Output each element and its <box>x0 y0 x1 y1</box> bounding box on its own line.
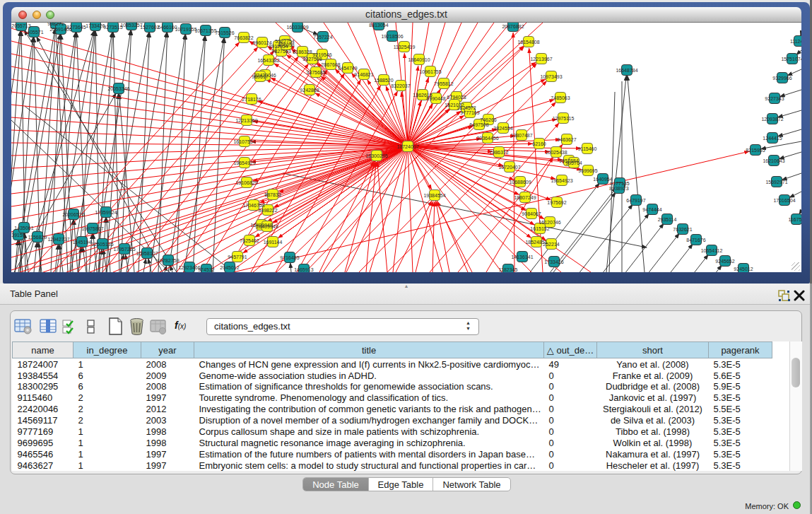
svg-text:10853257: 10853257 <box>120 23 142 28</box>
svg-text:7632621: 7632621 <box>673 227 692 232</box>
svg-text:1182345: 1182345 <box>499 267 518 272</box>
svg-text:116753: 116753 <box>789 217 801 222</box>
svg-text:252214: 252214 <box>543 242 559 247</box>
svg-text:1588520: 1588520 <box>374 78 393 83</box>
svg-text:15751074: 15751074 <box>781 57 801 62</box>
svg-text:7986372: 7986372 <box>489 150 508 155</box>
svg-text:2055713: 2055713 <box>11 23 30 28</box>
svg-text:16107554: 16107554 <box>233 139 255 144</box>
svg-text:9463627: 9463627 <box>557 137 576 142</box>
svg-text:12213967: 12213967 <box>530 57 552 62</box>
svg-text:19654929: 19654929 <box>233 160 255 165</box>
svg-text:2718176: 2718176 <box>242 97 261 102</box>
svg-text:998271: 998271 <box>47 23 64 26</box>
svg-text:989617: 989617 <box>252 74 268 79</box>
svg-text:10807487: 10807487 <box>510 133 532 138</box>
svg-text:17957225: 17957225 <box>113 247 135 252</box>
svg-text:9115460: 9115460 <box>578 146 597 151</box>
svg-text:887833: 887833 <box>264 192 281 197</box>
svg-text:9084067: 9084067 <box>522 211 541 216</box>
svg-text:10973493: 10973493 <box>540 74 562 79</box>
svg-text:10961755: 10961755 <box>419 69 441 74</box>
svg-text:1733426: 1733426 <box>86 23 105 28</box>
svg-text:12923466: 12923466 <box>178 265 200 270</box>
svg-text:18640910: 18640910 <box>408 57 430 62</box>
svg-text:62160: 62160 <box>532 141 546 146</box>
svg-text:16210643: 16210643 <box>763 158 784 163</box>
svg-text:1405571: 1405571 <box>24 30 43 35</box>
svg-text:3824554: 3824554 <box>493 126 512 131</box>
svg-text:12213369: 12213369 <box>235 118 257 123</box>
svg-text:19654923: 19654923 <box>551 178 572 183</box>
svg-text:15720407: 15720407 <box>498 165 520 170</box>
svg-text:9777169: 9777169 <box>460 110 479 115</box>
svg-text:10671355: 10671355 <box>194 28 216 33</box>
svg-text:974532: 974532 <box>198 267 214 272</box>
svg-text:10719155: 10719155 <box>175 27 196 32</box>
svg-text:9474444: 9474444 <box>642 207 661 212</box>
svg-text:6497508: 6497508 <box>469 122 488 127</box>
svg-text:20364456: 20364456 <box>476 136 498 141</box>
svg-text:12093872: 12093872 <box>761 117 783 122</box>
svg-text:2935114: 2935114 <box>658 217 677 222</box>
svg-text:16154808: 16154808 <box>517 40 539 45</box>
svg-text:17359924: 17359924 <box>95 210 117 215</box>
svg-text:995764: 995764 <box>565 160 582 165</box>
svg-text:8322037: 8322037 <box>391 83 410 88</box>
svg-text:3375685: 3375685 <box>306 70 325 75</box>
svg-text:14136141: 14136141 <box>511 255 533 259</box>
svg-text:8215955: 8215955 <box>746 148 765 153</box>
svg-text:16543382: 16543382 <box>257 58 279 63</box>
svg-text:1527602: 1527602 <box>140 25 159 30</box>
svg-text:176058: 176058 <box>278 42 294 47</box>
svg-text:17016504: 17016504 <box>773 198 795 203</box>
svg-text:7357224: 7357224 <box>313 35 332 40</box>
svg-text:10688609: 10688609 <box>509 180 531 185</box>
svg-text:1156829: 1156829 <box>28 235 47 240</box>
svg-text:7663822: 7663822 <box>234 35 253 40</box>
svg-text:10025438: 10025438 <box>545 150 567 155</box>
svg-text:7485063: 7485063 <box>551 95 570 100</box>
svg-text:9146821: 9146821 <box>354 72 373 77</box>
svg-text:9242868: 9242868 <box>300 88 319 93</box>
svg-text:19106829: 19106829 <box>235 180 257 185</box>
svg-text:8186328: 8186328 <box>293 49 312 54</box>
svg-text:8454749: 8454749 <box>338 66 357 71</box>
svg-text:8471676: 8471676 <box>686 238 705 243</box>
svg-text:19975867: 19975867 <box>81 226 103 231</box>
svg-text:1624572: 1624572 <box>457 105 476 110</box>
svg-text:18724007: 18724007 <box>396 144 418 149</box>
svg-text:8938923: 8938923 <box>609 186 628 191</box>
svg-text:18807249: 18807249 <box>514 195 536 200</box>
svg-text:6479197: 6479197 <box>626 198 645 203</box>
svg-text:1975692: 1975692 <box>547 200 566 205</box>
svg-text:20053346: 20053346 <box>107 86 129 91</box>
svg-text:12975115: 12975115 <box>553 116 575 121</box>
svg-text:9327508: 9327508 <box>302 57 322 62</box>
svg-text:12505135: 12505135 <box>91 242 113 247</box>
svg-text:16782759: 16782759 <box>157 258 179 263</box>
svg-text:9245652: 9245652 <box>715 259 734 264</box>
svg-text:9716485: 9716485 <box>280 255 299 260</box>
svg-text:19218506: 19218506 <box>381 34 403 39</box>
svg-text:2045012: 2045012 <box>220 265 239 270</box>
svg-text:8177135: 8177135 <box>610 181 629 186</box>
svg-text:9699695: 9699695 <box>578 168 597 173</box>
svg-text:1145194: 1145194 <box>73 240 92 245</box>
svg-text:1435061: 1435061 <box>14 226 33 230</box>
svg-text:18300295: 18300295 <box>365 153 387 158</box>
svg-text:1112484: 1112484 <box>790 39 801 44</box>
svg-text:39159: 39159 <box>11 233 25 238</box>
svg-text:20206576: 20206576 <box>62 212 84 217</box>
svg-text:9457791: 9457791 <box>228 255 247 259</box>
svg-text:8813054: 8813054 <box>369 23 388 28</box>
svg-text:16409949: 16409949 <box>256 224 278 229</box>
svg-text:746266: 746266 <box>480 117 496 122</box>
svg-text:7625402: 7625402 <box>240 238 259 243</box>
svg-text:9245012: 9245012 <box>734 267 753 271</box>
svg-text:19384554: 19384554 <box>423 193 445 198</box>
svg-text:7515526: 7515526 <box>215 30 234 35</box>
svg-text:10654112: 10654112 <box>701 248 723 253</box>
svg-text:9827563: 9827563 <box>271 49 290 54</box>
svg-text:8990448: 8990448 <box>426 96 445 101</box>
